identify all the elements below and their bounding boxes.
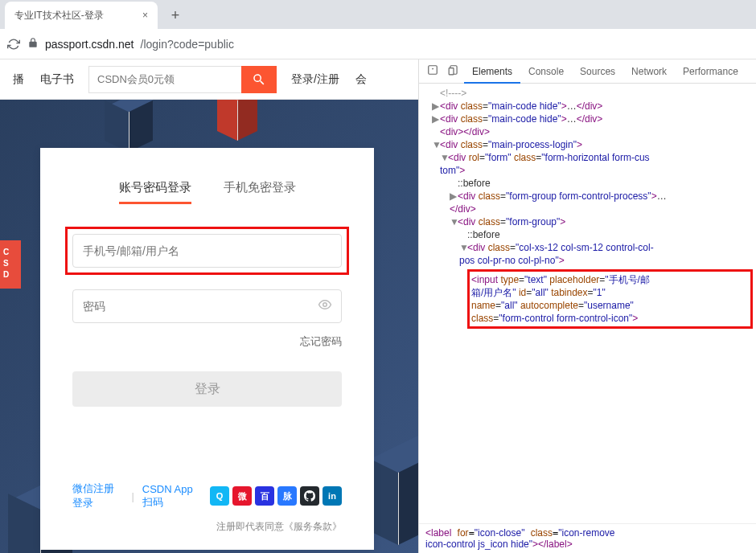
devtools-panel: ElementsConsoleSourcesNetworkPerformance… — [418, 59, 756, 553]
browser-tabbar: 专业IT技术社区-登录 × + — [0, 0, 756, 29]
url-host: passport.csdn.net — [45, 38, 134, 51]
eye-icon[interactable] — [318, 297, 332, 315]
device-icon[interactable] — [443, 64, 464, 78]
tab-password-login[interactable]: 账号密码登录 — [119, 180, 191, 204]
inspect-icon[interactable] — [422, 64, 443, 78]
qq-icon[interactable]: Q — [210, 486, 229, 506]
devtools-tab-network[interactable]: Network — [623, 59, 675, 84]
terms-link[interactable]: 《服务条款》 — [284, 521, 342, 532]
browser-tab[interactable]: 专业IT技术社区-登录 × — [5, 2, 158, 29]
terms-text: 注册即代表同意《服务条款》 — [72, 520, 342, 534]
baidu-icon[interactable]: 百 — [255, 486, 274, 506]
nav-item[interactable]: 播 — [5, 72, 32, 87]
page-pane: 播 电子书 登录/注册 会 CSD 账号密码登录 — [0, 59, 418, 553]
maimai-icon[interactable]: 脉 — [277, 486, 297, 506]
svg-text:S: S — [3, 259, 9, 268]
github-icon[interactable] — [300, 486, 319, 506]
svg-text:C: C — [3, 248, 9, 256]
devtools-tab-console[interactable]: Console — [520, 59, 572, 84]
username-input[interactable] — [72, 234, 342, 268]
wechat-login-link[interactable]: 微信注册登录 — [72, 481, 123, 510]
csdn-logo: CSD — [0, 240, 21, 289]
password-input[interactable] — [72, 289, 342, 323]
login-card: 账号密码登录 手机免密登录 忘记密码 登录 微信注册登录 — [40, 148, 374, 550]
nav-item[interactable]: 电子书 — [32, 72, 82, 87]
username-field-highlight — [65, 227, 349, 275]
tab-sms-login[interactable]: 手机免密登录 — [224, 180, 296, 204]
highlighted-element[interactable]: <input type="text" placeholder="手机号/邮 箱/… — [467, 269, 753, 329]
site-header: 播 电子书 登录/注册 会 — [0, 59, 418, 100]
nav-item[interactable]: 会 — [347, 72, 375, 87]
app-scan-link[interactable]: CSDN App扫码 — [142, 483, 200, 510]
devtools-tab-elements[interactable]: Elements — [464, 59, 520, 84]
browser-addressbar: passport.csdn.net/login?code=public — [0, 29, 756, 59]
hero-background: CSD 账号密码登录 手机免密登录 — [0, 100, 418, 553]
tab-title: 专业IT技术社区-登录 — [14, 9, 104, 23]
url-field[interactable]: passport.csdn.net/login?code=public — [27, 37, 750, 51]
svg-text:D: D — [3, 270, 9, 279]
search-button[interactable] — [241, 66, 277, 93]
reload-icon[interactable] — [6, 37, 21, 51]
url-path: /login?code=public — [141, 38, 234, 51]
new-tab-button[interactable]: + — [164, 4, 187, 27]
forgot-password-link[interactable]: 忘记密码 — [72, 334, 342, 349]
devtools-tab-performance[interactable]: Performance — [675, 59, 746, 84]
weibo-icon[interactable]: 微 — [232, 486, 252, 506]
svg-point-4 — [323, 303, 327, 307]
linkedin-icon[interactable]: in — [323, 486, 342, 506]
login-register-link[interactable]: 登录/注册 — [283, 72, 347, 87]
svg-rect-7 — [449, 68, 454, 75]
devtools-bottom: <label for="icon-close" class="icon-remo… — [419, 523, 756, 553]
lock-icon — [27, 37, 39, 51]
devtools-tab-sources[interactable]: Sources — [572, 59, 623, 84]
close-icon[interactable]: × — [142, 10, 148, 21]
search-input[interactable] — [88, 66, 241, 93]
login-button[interactable]: 登录 — [72, 371, 342, 407]
elements-tree[interactable]: <!----> ▶<div class="main-code hide">…</… — [419, 84, 756, 523]
